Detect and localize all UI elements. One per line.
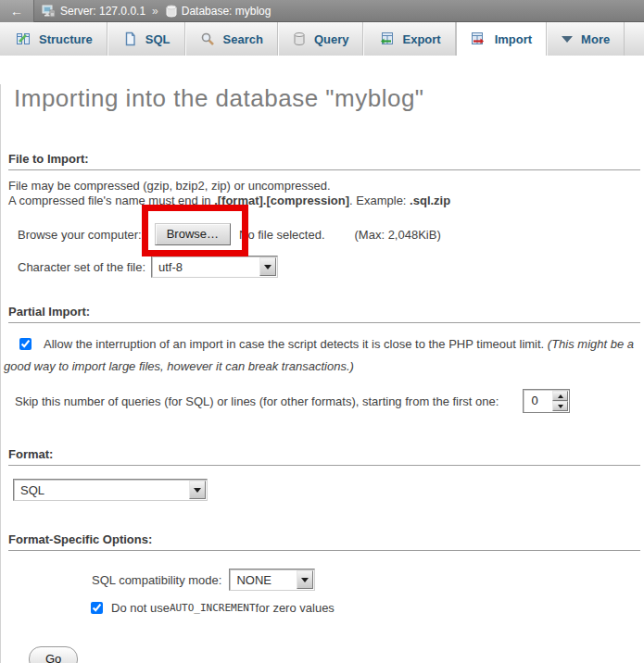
tab-label: Import [495, 32, 532, 46]
section-heading-format-specific: Format-Specific Options: [8, 532, 640, 551]
tab-more[interactable]: More [547, 22, 625, 56]
tab-structure[interactable]: Structure [2, 22, 107, 56]
query-icon [293, 31, 306, 46]
tab-label: SQL [145, 32, 170, 46]
max-size-text: (Max: 2,048KiB) [355, 228, 441, 242]
format-select[interactable]: SQL [13, 479, 208, 501]
section-heading-file-to-import: File to Import: [8, 152, 640, 170]
sql-compatibility-label: SQL compatibility mode: [92, 573, 221, 587]
sql-compatibility-value: NONE [230, 573, 271, 587]
database-icon [166, 5, 177, 18]
go-button[interactable]: Go [29, 646, 78, 663]
breadcrumb-server[interactable]: Server: 127.0.0.1 [42, 4, 145, 18]
compression-notes: File may be compressed (gzip, bzip2, zip… [8, 179, 635, 208]
export-icon [378, 31, 394, 46]
format-selected-value: SQL [14, 483, 44, 497]
select-arrow-icon [259, 257, 276, 276]
tab-label: More [581, 32, 610, 46]
triangle-up-icon [558, 394, 563, 398]
skip-queries-input[interactable]: 0 [523, 389, 570, 413]
import-icon [471, 31, 486, 46]
no-file-selected-text: No file selected. [239, 228, 325, 242]
skip-queries-row: Skip this number of queries (for SQL) or… [15, 389, 642, 413]
tab-label: Query [314, 32, 349, 46]
spinner-down-button[interactable] [552, 401, 568, 411]
section-heading-format: Format: [8, 447, 640, 466]
breadcrumb-database-label: Database: myblog [182, 5, 271, 18]
structure-icon [16, 31, 31, 46]
tab-label: Export [402, 32, 440, 46]
breadcrumb-separator: » [152, 5, 158, 18]
server-icon [42, 4, 56, 18]
browse-label: Browse your computer: [18, 228, 142, 242]
tab-label: Structure [39, 32, 93, 46]
charset-selected-value: utf-8 [152, 260, 183, 274]
chevron-down-icon [562, 36, 573, 43]
tab-search[interactable]: Search [185, 22, 278, 56]
back-arrow-icon: ← [10, 4, 23, 19]
tab-label: Search [223, 32, 263, 46]
select-arrow-icon [189, 481, 206, 499]
spinner-buttons [552, 391, 568, 411]
compression-note-line2: A compressed file's name must end in .[f… [8, 194, 635, 208]
auto-increment-code: AUTO_INCREMENT [170, 602, 256, 614]
main-content: Importing into the database "myblog" Fil… [0, 84, 644, 663]
compression-note-line1: File may be compressed (gzip, bzip2, zip… [8, 179, 635, 194]
breadcrumb: ← Server: 127.0.0.1 » Database: myblog [0, 0, 644, 22]
allow-interruption-paragraph: Allow the interruption of an import in c… [4, 333, 638, 378]
auto-increment-row: Do not use AUTO_INCREMENT for zero value… [91, 599, 642, 616]
skip-queries-value: 0 [524, 390, 552, 412]
charset-select[interactable]: utf-8 [151, 256, 278, 278]
allow-interruption-checkbox[interactable] [19, 338, 32, 350]
breadcrumb-server-label: Server: 127.0.0.1 [60, 5, 145, 18]
auto-increment-text-prefix: Do not use [111, 601, 170, 615]
sql-compatibility-row: SQL compatibility mode: NONE [92, 569, 642, 591]
tab-query[interactable]: Query [278, 22, 364, 56]
select-arrow-icon [297, 570, 313, 589]
sql-icon [122, 31, 137, 46]
spinner-up-button[interactable] [552, 391, 568, 401]
breadcrumb-database[interactable]: Database: myblog [166, 5, 271, 18]
allow-interruption-text: Allow the interruption of an import in c… [44, 337, 548, 351]
triangle-down-icon [558, 405, 563, 408]
sql-compatibility-select[interactable]: NONE [229, 569, 315, 591]
tab-bar: Structure SQL Search Query [0, 22, 644, 56]
skip-queries-label: Skip this number of queries (for SQL) or… [15, 394, 499, 408]
auto-increment-text-suffix: for zero values [256, 601, 335, 615]
tab-import[interactable]: Import [456, 22, 547, 56]
page-title: Importing into the database "myblog" [14, 84, 642, 113]
search-icon [200, 31, 215, 46]
browse-row: Browse your computer: Browse… No file se… [18, 222, 642, 246]
charset-label: Character set of the file: [18, 260, 145, 274]
tab-sql[interactable]: SQL [107, 22, 185, 56]
phpmyadmin-import-page: { "breadcrumb": { "back_label": "←", "se… [0, 0, 644, 663]
auto-increment-checkbox[interactable] [91, 602, 103, 614]
section-heading-partial-import: Partial Import: [8, 305, 640, 323]
charset-row: Character set of the file: utf-8 [18, 256, 642, 278]
back-button[interactable]: ← [0, 0, 34, 22]
browse-button[interactable]: Browse… [155, 223, 231, 245]
tab-export[interactable]: Export [363, 22, 455, 56]
